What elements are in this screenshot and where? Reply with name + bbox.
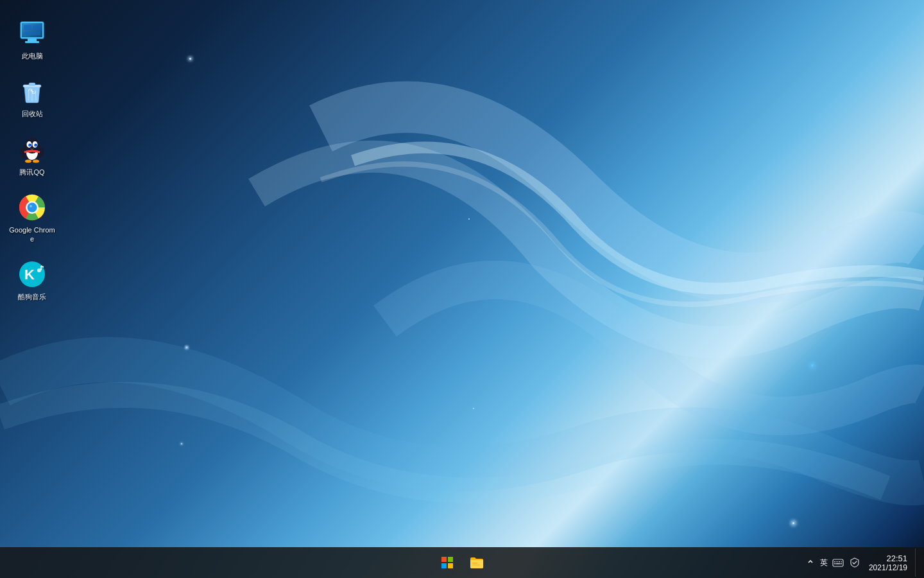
show-desktop-button[interactable] [915,548,919,577]
svg-rect-41 [833,559,843,566]
recycle-bin-icon [17,76,47,107]
svg-rect-36 [448,557,453,562]
clock-date: 2021/12/19 [869,563,907,572]
kuwo-icon-label: 酷狗音乐 [18,292,46,301]
sparkle-5 [811,364,814,367]
svg-rect-46 [834,563,835,565]
language-indicator[interactable]: 英 [820,557,828,568]
svg-rect-37 [441,563,447,568]
recycle-bin-icon-label: 回收站 [22,109,43,118]
svg-rect-38 [448,563,453,568]
sparkle-1 [189,58,191,60]
svg-rect-9 [29,83,35,85]
desktop-icon-kuwo[interactable]: K 酷狗音乐 [6,254,58,306]
desktop: 此电脑 [0,0,924,578]
svg-rect-4 [25,41,39,43]
tray-chevron[interactable] [805,556,816,569]
chrome-icon-label: Google Chrome [9,225,55,244]
svg-rect-3 [28,39,37,41]
file-explorer-button[interactable] [463,548,491,577]
language-label: 英 [820,557,828,568]
svg-point-29 [30,205,32,207]
sparkle-3 [181,443,182,444]
chrome-icon [17,192,47,223]
svg-point-22 [25,159,31,162]
sparkle-4 [792,522,794,524]
desktop-icon-computer[interactable]: 此电脑 [6,13,58,66]
taskbar-right: 英 [805,548,919,577]
svg-rect-6 [33,25,40,30]
svg-text:K: K [24,267,35,283]
svg-rect-7 [24,31,40,35]
svg-rect-44 [839,561,840,563]
svg-point-23 [33,159,39,162]
taskbar-center [433,548,491,577]
notification-icon[interactable] [848,556,861,569]
svg-rect-35 [441,557,447,562]
clock-display[interactable]: 22:51 2021/12/19 [865,552,911,574]
svg-point-20 [30,144,31,145]
svg-rect-40 [472,565,480,566]
desktop-icon-recycle[interactable]: 回收站 [6,71,58,123]
kuwo-icon: K [17,259,47,290]
start-button[interactable] [433,548,461,577]
desktop-icons: 此电脑 [0,0,64,320]
svg-point-21 [35,144,37,145]
svg-rect-48 [841,563,842,565]
taskbar: 英 [0,547,924,578]
sparkle-2 [186,347,187,348]
desktop-icon-qq[interactable]: 腾讯QQ [6,129,58,182]
qq-icon [17,134,47,165]
svg-rect-43 [836,561,837,563]
computer-icon-label: 此电脑 [22,51,43,60]
svg-rect-47 [835,563,840,565]
svg-point-28 [28,202,37,212]
clock-time: 22:51 [886,554,907,563]
svg-rect-39 [472,563,477,564]
sparkle-7 [473,408,474,409]
svg-rect-45 [841,561,842,563]
input-method-icon[interactable] [832,556,844,569]
sparkle-6 [468,218,470,220]
desktop-icon-chrome[interactable]: Google Chrome [6,187,58,249]
computer-icon [17,18,47,49]
svg-rect-5 [24,25,31,30]
qq-icon-label: 腾讯QQ [19,168,44,177]
svg-rect-42 [834,561,835,563]
